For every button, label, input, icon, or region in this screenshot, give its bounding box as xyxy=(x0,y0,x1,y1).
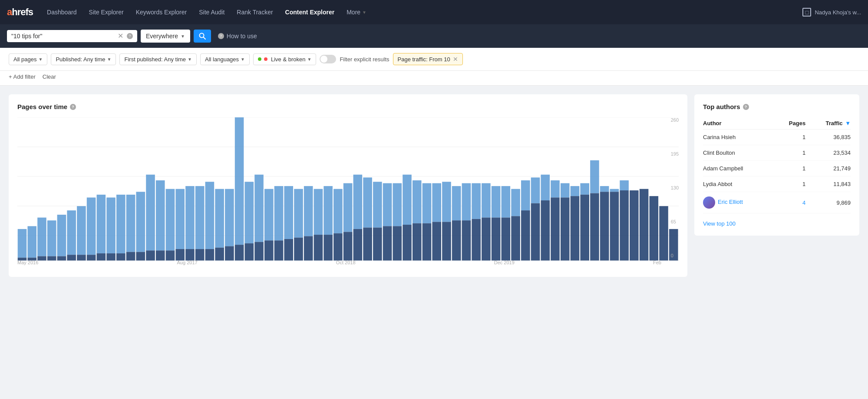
live-dot-icon xyxy=(258,57,261,61)
explicit-filter-toggle: Filter explicit results xyxy=(320,55,389,63)
avatar xyxy=(703,196,715,209)
svg-rect-41 xyxy=(175,249,185,260)
svg-rect-124 xyxy=(590,160,599,193)
svg-rect-68 xyxy=(314,189,323,235)
logo: ahrefs xyxy=(7,7,33,18)
author-pages: 1 xyxy=(776,130,805,145)
svg-rect-46 xyxy=(205,182,215,249)
svg-rect-63 xyxy=(284,239,293,260)
svg-rect-94 xyxy=(442,182,451,222)
authors-help-icon[interactable]: ? xyxy=(743,104,749,110)
col-traffic-header[interactable]: Traffic ▼ xyxy=(805,117,851,130)
svg-rect-122 xyxy=(580,183,589,195)
svg-rect-28 xyxy=(116,195,125,253)
svg-rect-86 xyxy=(403,175,412,225)
col-author-header: Author xyxy=(703,117,776,130)
svg-rect-92 xyxy=(432,183,441,222)
svg-rect-11 xyxy=(27,258,36,261)
live-broken-chevron: ▼ xyxy=(307,57,311,62)
search-go-button[interactable] xyxy=(194,30,211,43)
page-traffic-filter: Page traffic: From 10 ✕ xyxy=(393,53,463,65)
search-scope-dropdown[interactable]: Everywhere ▼ xyxy=(141,30,190,43)
svg-rect-100 xyxy=(472,183,481,219)
svg-rect-87 xyxy=(403,225,412,260)
published-filter[interactable]: Published: Any time ▼ xyxy=(51,53,116,65)
add-filter-button[interactable]: + Add filter xyxy=(9,73,36,80)
svg-rect-98 xyxy=(462,183,471,221)
all-pages-filter[interactable]: All pages ▼ xyxy=(9,53,47,65)
author-link[interactable]: Eric Elliott xyxy=(718,199,743,205)
table-row: Clint Boulton123,534 xyxy=(703,145,851,161)
all-languages-filter[interactable]: All languages ▼ xyxy=(200,53,250,65)
svg-rect-88 xyxy=(413,180,422,223)
filters-row2: + Add filter Clear xyxy=(0,71,868,86)
explicit-toggle-switch[interactable] xyxy=(320,55,336,63)
svg-rect-21 xyxy=(77,255,86,260)
svg-rect-114 xyxy=(541,175,550,200)
authors-table: Author Pages Traffic ▼ Carina Hsieh136,8… xyxy=(703,117,851,213)
nav-more[interactable]: More ▼ xyxy=(341,5,372,19)
published-chevron: ▼ xyxy=(107,57,112,62)
svg-rect-103 xyxy=(482,218,491,261)
svg-rect-37 xyxy=(156,250,165,260)
chart-area: 260 195 130 65 0 May 2016 Aug 2017 Oct 2… xyxy=(17,117,679,265)
author-name[interactable]: Eric Elliott xyxy=(703,192,776,213)
svg-rect-62 xyxy=(284,186,293,239)
svg-rect-29 xyxy=(116,253,125,260)
search-input[interactable] xyxy=(11,33,114,40)
svg-rect-139 xyxy=(659,206,668,260)
published-label: Published: Any time xyxy=(56,56,105,63)
clear-search-icon[interactable]: ✕ xyxy=(118,33,123,40)
filters-row: All pages ▼ Published: Any time ▼ First … xyxy=(0,48,868,71)
svg-rect-89 xyxy=(413,223,422,261)
search-input-wrap: ✕ ? xyxy=(7,30,137,42)
nav-user[interactable]: □ Nadya Khoja's w... xyxy=(802,8,861,17)
svg-rect-120 xyxy=(571,186,580,196)
svg-rect-44 xyxy=(195,186,205,249)
svg-rect-12 xyxy=(37,218,46,256)
nav-site-explorer[interactable]: Site Explorer xyxy=(84,5,129,19)
svg-rect-141 xyxy=(669,229,678,260)
svg-rect-76 xyxy=(353,175,363,229)
nav-content-explorer[interactable]: Content Explorer xyxy=(280,5,340,19)
svg-rect-8 xyxy=(18,229,27,258)
search-help-icon[interactable]: ? xyxy=(127,33,133,39)
nav-keywords-explorer[interactable]: Keywords Explorer xyxy=(131,5,192,19)
col-pages-header: Pages xyxy=(776,117,805,130)
author-pages-link[interactable]: 4 xyxy=(802,200,805,206)
nav-site-audit[interactable]: Site Audit xyxy=(194,5,230,19)
svg-rect-95 xyxy=(442,222,451,260)
live-broken-filter[interactable]: Live & broken ▼ xyxy=(253,53,316,65)
author-name: Carina Hsieh xyxy=(703,130,776,145)
svg-rect-116 xyxy=(551,180,560,198)
svg-rect-130 xyxy=(620,180,629,190)
svg-rect-133 xyxy=(630,190,639,260)
main-content: Pages over time ? 260 195 130 65 0 xyxy=(0,86,868,286)
nav-rank-tracker[interactable]: Rank Tracker xyxy=(231,5,278,19)
svg-rect-32 xyxy=(136,192,145,252)
svg-rect-109 xyxy=(511,216,520,260)
nav-links: Dashboard Site Explorer Keywords Explore… xyxy=(42,5,802,19)
svg-rect-23 xyxy=(87,255,96,260)
svg-rect-107 xyxy=(502,218,511,261)
clear-filters-button[interactable]: Clear xyxy=(43,73,56,80)
svg-line-1 xyxy=(203,37,205,40)
all-pages-chevron: ▼ xyxy=(38,57,43,62)
svg-rect-17 xyxy=(57,256,66,260)
author-traffic: 11,843 xyxy=(805,176,851,192)
author-pages: 1 xyxy=(776,176,805,192)
page-traffic-close-icon[interactable]: ✕ xyxy=(453,56,458,63)
svg-rect-82 xyxy=(383,183,392,226)
first-published-filter[interactable]: First published: Any time ▼ xyxy=(119,53,197,65)
svg-rect-19 xyxy=(67,255,76,260)
svg-rect-70 xyxy=(323,186,333,235)
authors-title-area: Top authors ? xyxy=(703,103,851,110)
chart-help-icon[interactable]: ? xyxy=(70,104,76,110)
svg-rect-104 xyxy=(492,186,501,217)
svg-rect-25 xyxy=(97,253,106,260)
how-to-use[interactable]: ? How to use xyxy=(218,33,257,40)
chart-card: Pages over time ? 260 195 130 65 0 xyxy=(9,94,687,277)
view-top-100[interactable]: View top 100 xyxy=(703,220,851,227)
author-pages: 1 xyxy=(776,161,805,176)
nav-dashboard[interactable]: Dashboard xyxy=(42,5,82,19)
